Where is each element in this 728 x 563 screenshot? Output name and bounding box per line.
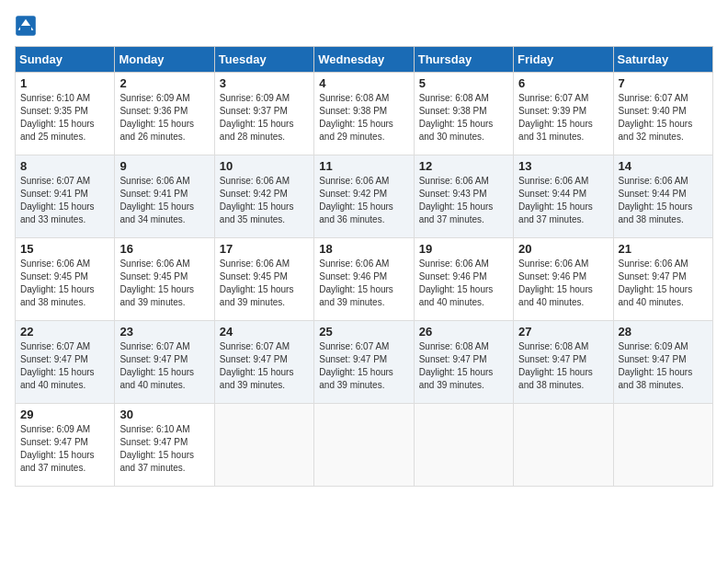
calendar-cell: 30Sunrise: 6:10 AM Sunset: 9:47 PM Dayli… — [115, 404, 214, 487]
day-info: Sunrise: 6:06 AM Sunset: 9:45 PM Dayligh… — [20, 258, 109, 309]
col-header-saturday: Saturday — [613, 47, 712, 73]
logo-icon — [15, 15, 37, 37]
day-number: 12 — [419, 159, 508, 173]
day-info: Sunrise: 6:09 AM Sunset: 9:37 PM Dayligh… — [220, 92, 309, 144]
day-number: 17 — [220, 242, 309, 256]
day-number: 26 — [419, 325, 508, 339]
calendar-cell: 13Sunrise: 6:06 AM Sunset: 9:44 PM Dayli… — [514, 155, 613, 238]
day-number: 5 — [419, 76, 508, 90]
day-number: 1 — [20, 76, 109, 90]
day-info: Sunrise: 6:07 AM Sunset: 9:40 PM Dayligh… — [619, 92, 708, 144]
calendar-cell: 3Sunrise: 6:09 AM Sunset: 9:37 PM Daylig… — [214, 73, 313, 155]
calendar-cell — [314, 404, 414, 487]
day-info: Sunrise: 6:09 AM Sunset: 9:36 PM Dayligh… — [119, 92, 209, 144]
day-info: Sunrise: 6:06 AM Sunset: 9:43 PM Dayligh… — [419, 175, 508, 226]
day-info: Sunrise: 6:06 AM Sunset: 9:45 PM Dayligh… — [220, 258, 309, 309]
day-number: 3 — [220, 76, 309, 90]
day-number: 24 — [220, 325, 309, 339]
calendar-cell: 25Sunrise: 6:07 AM Sunset: 9:47 PM Dayli… — [314, 321, 414, 404]
day-number: 15 — [20, 242, 109, 256]
calendar-cell — [214, 404, 313, 487]
logo — [15, 15, 40, 37]
col-header-sunday: Sunday — [16, 47, 115, 73]
svg-rect-2 — [20, 26, 31, 31]
calendar-cell: 2Sunrise: 6:09 AM Sunset: 9:36 PM Daylig… — [115, 73, 214, 155]
day-info: Sunrise: 6:06 AM Sunset: 9:44 PM Dayligh… — [619, 175, 708, 226]
day-info: Sunrise: 6:06 AM Sunset: 9:45 PM Dayligh… — [119, 258, 209, 309]
day-number: 18 — [319, 242, 408, 256]
calendar-cell: 8Sunrise: 6:07 AM Sunset: 9:41 PM Daylig… — [16, 155, 115, 238]
calendar-cell: 24Sunrise: 6:07 AM Sunset: 9:47 PM Dayli… — [214, 321, 313, 404]
day-number: 29 — [20, 408, 109, 421]
calendar-cell: 7Sunrise: 6:07 AM Sunset: 9:40 PM Daylig… — [613, 73, 712, 155]
calendar-cell: 11Sunrise: 6:06 AM Sunset: 9:42 PM Dayli… — [314, 155, 414, 238]
day-info: Sunrise: 6:06 AM Sunset: 9:41 PM Dayligh… — [119, 175, 209, 226]
day-number: 2 — [119, 76, 209, 90]
day-info: Sunrise: 6:10 AM Sunset: 9:35 PM Dayligh… — [20, 92, 109, 144]
calendar-cell: 14Sunrise: 6:06 AM Sunset: 9:44 PM Dayli… — [613, 155, 712, 238]
col-header-thursday: Thursday — [414, 47, 513, 73]
calendar-cell: 6Sunrise: 6:07 AM Sunset: 9:39 PM Daylig… — [514, 73, 613, 155]
page-header — [15, 15, 713, 37]
day-number: 14 — [619, 159, 708, 173]
day-number: 6 — [518, 76, 608, 90]
calendar-cell — [514, 404, 613, 487]
col-header-wednesday: Wednesday — [314, 47, 414, 73]
day-number: 4 — [319, 76, 408, 90]
day-info: Sunrise: 6:06 AM Sunset: 9:44 PM Dayligh… — [518, 175, 608, 226]
day-number: 22 — [20, 325, 109, 339]
calendar-cell: 10Sunrise: 6:06 AM Sunset: 9:42 PM Dayli… — [214, 155, 313, 238]
calendar-cell: 19Sunrise: 6:06 AM Sunset: 9:46 PM Dayli… — [414, 238, 513, 321]
col-header-friday: Friday — [514, 47, 613, 73]
day-info: Sunrise: 6:06 AM Sunset: 9:42 PM Dayligh… — [220, 175, 309, 226]
calendar-cell: 9Sunrise: 6:06 AM Sunset: 9:41 PM Daylig… — [115, 155, 214, 238]
day-info: Sunrise: 6:09 AM Sunset: 9:47 PM Dayligh… — [20, 423, 109, 475]
day-info: Sunrise: 6:07 AM Sunset: 9:39 PM Dayligh… — [518, 92, 608, 144]
day-info: Sunrise: 6:09 AM Sunset: 9:47 PM Dayligh… — [619, 340, 708, 392]
day-number: 11 — [319, 159, 408, 173]
day-info: Sunrise: 6:08 AM Sunset: 9:38 PM Dayligh… — [419, 92, 508, 144]
day-number: 7 — [619, 76, 708, 90]
day-info: Sunrise: 6:06 AM Sunset: 9:46 PM Dayligh… — [419, 258, 508, 309]
day-number: 30 — [119, 408, 209, 421]
day-info: Sunrise: 6:07 AM Sunset: 9:41 PM Dayligh… — [20, 175, 109, 226]
calendar-cell — [613, 404, 712, 487]
calendar-table: SundayMondayTuesdayWednesdayThursdayFrid… — [15, 46, 713, 487]
day-number: 21 — [619, 242, 708, 256]
day-info: Sunrise: 6:07 AM Sunset: 9:47 PM Dayligh… — [220, 340, 309, 392]
calendar-cell: 12Sunrise: 6:06 AM Sunset: 9:43 PM Dayli… — [414, 155, 513, 238]
calendar-cell: 1Sunrise: 6:10 AM Sunset: 9:35 PM Daylig… — [16, 73, 115, 155]
calendar-cell: 22Sunrise: 6:07 AM Sunset: 9:47 PM Dayli… — [16, 321, 115, 404]
calendar-cell: 18Sunrise: 6:06 AM Sunset: 9:46 PM Dayli… — [314, 238, 414, 321]
day-number: 25 — [319, 325, 408, 339]
day-number: 13 — [518, 159, 608, 173]
day-number: 8 — [20, 159, 109, 173]
calendar-cell: 17Sunrise: 6:06 AM Sunset: 9:45 PM Dayli… — [214, 238, 313, 321]
day-info: Sunrise: 6:08 AM Sunset: 9:38 PM Dayligh… — [319, 92, 408, 144]
day-number: 19 — [419, 242, 508, 256]
calendar-cell: 26Sunrise: 6:08 AM Sunset: 9:47 PM Dayli… — [414, 321, 513, 404]
day-number: 10 — [220, 159, 309, 173]
day-number: 20 — [518, 242, 608, 256]
day-info: Sunrise: 6:08 AM Sunset: 9:47 PM Dayligh… — [419, 340, 508, 392]
col-header-monday: Monday — [115, 47, 214, 73]
calendar-cell: 29Sunrise: 6:09 AM Sunset: 9:47 PM Dayli… — [16, 404, 115, 487]
calendar-cell: 20Sunrise: 6:06 AM Sunset: 9:46 PM Dayli… — [514, 238, 613, 321]
day-info: Sunrise: 6:10 AM Sunset: 9:47 PM Dayligh… — [119, 423, 209, 475]
calendar-cell: 5Sunrise: 6:08 AM Sunset: 9:38 PM Daylig… — [414, 73, 513, 155]
day-info: Sunrise: 6:06 AM Sunset: 9:46 PM Dayligh… — [518, 258, 608, 309]
calendar-cell: 21Sunrise: 6:06 AM Sunset: 9:47 PM Dayli… — [613, 238, 712, 321]
day-info: Sunrise: 6:08 AM Sunset: 9:47 PM Dayligh… — [518, 340, 608, 392]
calendar-cell: 16Sunrise: 6:06 AM Sunset: 9:45 PM Dayli… — [115, 238, 214, 321]
day-number: 16 — [119, 242, 209, 256]
calendar-cell: 27Sunrise: 6:08 AM Sunset: 9:47 PM Dayli… — [514, 321, 613, 404]
day-number: 28 — [619, 325, 708, 339]
calendar-cell: 28Sunrise: 6:09 AM Sunset: 9:47 PM Dayli… — [613, 321, 712, 404]
day-number: 9 — [119, 159, 209, 173]
day-number: 27 — [518, 325, 608, 339]
col-header-tuesday: Tuesday — [214, 47, 313, 73]
day-info: Sunrise: 6:06 AM Sunset: 9:46 PM Dayligh… — [319, 258, 408, 309]
day-info: Sunrise: 6:07 AM Sunset: 9:47 PM Dayligh… — [119, 340, 209, 392]
day-number: 23 — [119, 325, 209, 339]
calendar-cell: 4Sunrise: 6:08 AM Sunset: 9:38 PM Daylig… — [314, 73, 414, 155]
